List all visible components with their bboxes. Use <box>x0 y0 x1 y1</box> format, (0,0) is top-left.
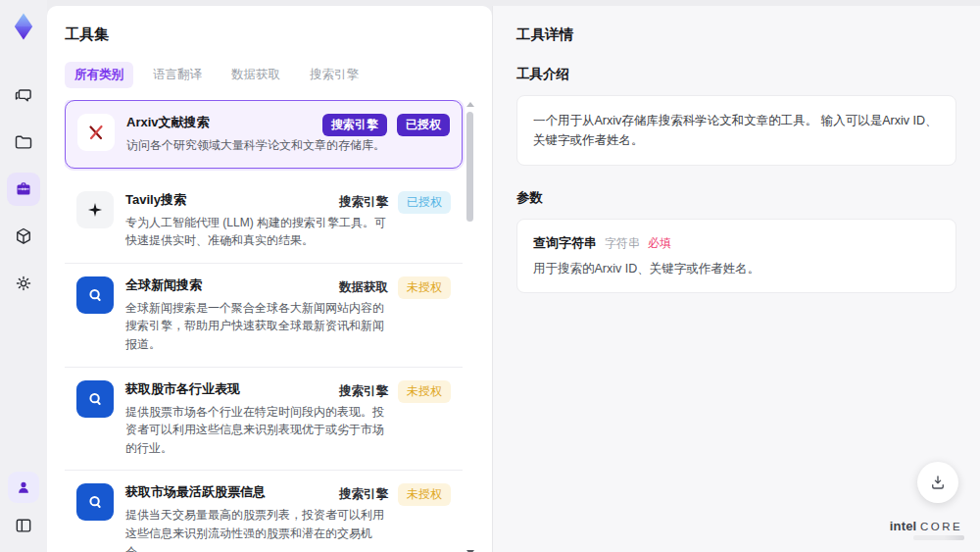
news-search-logo-icon <box>76 483 114 521</box>
list-scrollbar[interactable] <box>466 102 474 552</box>
page-title: 工具集 <box>65 25 474 44</box>
status-badge: 未授权 <box>398 483 451 506</box>
category-label: 搜索引擎 <box>339 486 388 503</box>
download-icon <box>929 474 947 491</box>
tool-description: 访问各个研究领域大量科学论文和文章的存储库。 <box>126 136 393 155</box>
category-label: 搜索引擎 <box>339 194 388 211</box>
arxiv-logo-icon <box>77 114 115 151</box>
params-heading: 参数 <box>516 189 956 207</box>
param-name: 查询字符串 <box>533 234 597 252</box>
news-search-logo-icon <box>76 276 114 314</box>
tool-list: Arxiv文献搜索 访问各个研究领域大量科学论文和文章的存储库。 搜索引擎 已授… <box>65 100 474 552</box>
tool-list-item-sector-performance[interactable]: 获取股市各行业表现 提供股票市场各个行业在特定时间段内的表现。投资者可以利用这些… <box>65 368 463 472</box>
sparkle-icon <box>76 191 114 228</box>
scrollbar-thumb[interactable] <box>466 112 473 222</box>
detail-title: 工具详情 <box>516 25 956 44</box>
intro-card: 一个用于从Arxiv存储库搜索科学论文和文章的工具。 输入可以是Arxiv ID… <box>516 95 956 166</box>
category-tabs: 所有类别 语言翻译 数据获取 搜索引擎 <box>65 62 474 88</box>
category-badge: 搜索引擎 <box>322 114 387 136</box>
tool-detail-panel: 工具详情 工具介绍 一个用于从Arxiv存储库搜索科学论文和文章的工具。 输入可… <box>492 6 980 552</box>
tool-list-item-global-news[interactable]: 全球新闻搜索 全球新闻搜索是一个聚合全球各大新闻网站内容的搜索引擎，帮助用户快速… <box>65 264 463 368</box>
chat-icon[interactable] <box>7 78 40 112</box>
tool-description: 全球新闻搜索是一个聚合全球各大新闻网站内容的搜索引擎，帮助用户快速获取全球最新资… <box>125 299 392 354</box>
download-button[interactable] <box>917 462 958 503</box>
category-label: 数据获取 <box>339 279 388 296</box>
intel-logo-strip <box>913 535 964 540</box>
status-badge: 未授权 <box>398 276 451 299</box>
tool-collection-panel: 工具集 所有类别 语言翻译 数据获取 搜索引擎 Arxiv文献搜索 访问各个研究… <box>47 6 492 552</box>
tool-description: 专为人工智能代理 (LLM) 构建的搜索引擎工具。可快速提供实时、准确和真实的结… <box>125 214 392 250</box>
param-required-badge: 必填 <box>648 235 671 252</box>
param-description: 用于搜索的Arxiv ID、关键字或作者姓名。 <box>533 261 940 277</box>
settings-gear-icon[interactable] <box>7 267 40 300</box>
tool-description: 提供股票市场各个行业在特定时间段内的表现。投资者可以利用这些信息来识别表现优于或… <box>125 403 392 458</box>
scrollbar-up-arrow-icon[interactable] <box>466 102 474 107</box>
user-profile-icon[interactable] <box>8 472 39 503</box>
tab-search-engine[interactable]: 搜索引擎 <box>300 62 368 88</box>
tab-language-translation[interactable]: 语言翻译 <box>143 62 212 88</box>
tool-list-item-arxiv[interactable]: Arxiv文献搜索 访问各个研究领域大量科学论文和文章的存储库。 搜索引擎 已授… <box>65 100 463 169</box>
tool-list-item-most-active-stocks[interactable]: 获取市场最活跃股票信息 提供当天交易量最高的股票列表，投资者可以利用这些信息来识… <box>65 471 463 552</box>
app-logo-icon <box>7 10 40 43</box>
folder-icon[interactable] <box>7 125 40 159</box>
category-label: 搜索引擎 <box>339 383 388 400</box>
tool-list-item-tavily[interactable]: Tavily搜索 专为人工智能代理 (LLM) 构建的搜索引擎工具。可快速提供实… <box>65 178 463 264</box>
tab-all-categories[interactable]: 所有类别 <box>65 62 133 88</box>
intel-core-logo: intel core <box>888 519 964 540</box>
cube-icon[interactable] <box>7 220 40 253</box>
panel-toggle-icon[interactable] <box>7 509 40 542</box>
core-wordmark: core <box>920 521 962 532</box>
intro-heading: 工具介绍 <box>516 66 956 83</box>
status-badge: 已授权 <box>397 114 450 136</box>
param-type: 字符串 <box>605 235 640 252</box>
status-badge: 已授权 <box>398 191 451 214</box>
param-card: 查询字符串 字符串 必填 用于搜索的Arxiv ID、关键字或作者姓名。 <box>516 219 956 293</box>
tool-description: 提供当天交易量最高的股票列表，投资者可以利用这些信息来识别流动性强的股票和潜在的… <box>125 506 392 552</box>
status-badge: 未授权 <box>398 380 451 403</box>
nav-rail <box>0 0 47 552</box>
toolbox-icon[interactable] <box>7 173 40 206</box>
intel-wordmark: intel <box>890 519 917 533</box>
intro-text: 一个用于从Arxiv存储库搜索科学论文和文章的工具。 输入可以是Arxiv ID… <box>533 111 940 150</box>
tab-data-acquisition[interactable]: 数据获取 <box>221 62 290 88</box>
news-search-logo-icon <box>76 380 114 418</box>
